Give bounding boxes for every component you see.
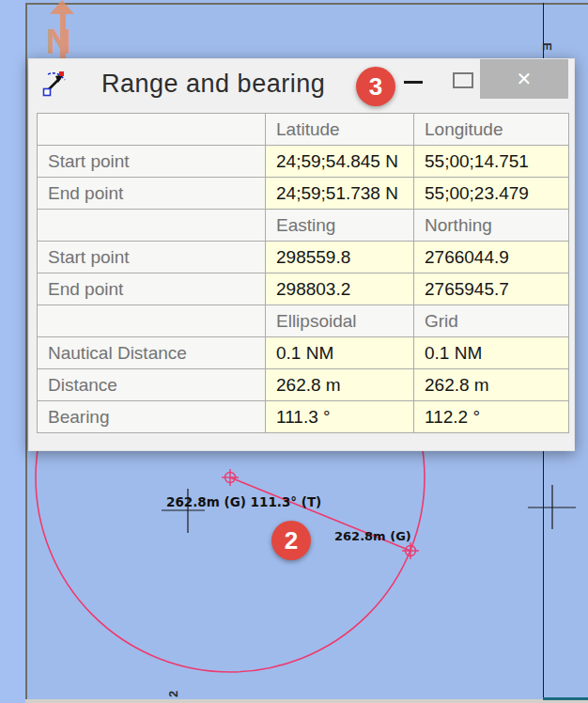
table-row: Start point 24;59;54.845 N 55;00;14.751	[38, 146, 569, 178]
row-label: End point	[38, 178, 266, 210]
value-cell-2[interactable]: 55;00;14.751	[414, 146, 569, 178]
value-cell-1[interactable]: 298803.2	[266, 273, 414, 305]
close-icon: ✕	[517, 69, 533, 89]
minimize-icon	[404, 81, 423, 84]
value-cell-2[interactable]: 55;00;23.479	[414, 178, 569, 210]
window-bottom-edge	[25, 699, 588, 703]
value-cell-1: Latitude	[266, 114, 414, 146]
value-cell-2: Grid	[414, 305, 569, 337]
range-bearing-tool-icon	[42, 69, 69, 97]
row-label: Bearing	[38, 401, 266, 433]
step-badge-2: 2	[271, 521, 311, 560]
value-cell-2[interactable]: 2766044.9	[414, 242, 569, 273]
table-row: Easting Northing	[38, 210, 569, 242]
value-cell-1[interactable]: 24;59;51.738 N	[266, 178, 414, 210]
row-label: End point	[38, 273, 266, 305]
row-label: Nautical Distance	[38, 337, 266, 369]
table-row: Nautical Distance 0.1 NM 0.1 NM	[38, 337, 569, 369]
value-cell-1[interactable]: 24;59;54.845 N	[266, 146, 414, 178]
range-annotation: 262.8m (G)	[334, 529, 411, 543]
results-table: Latitude Longitude Start point 24;59;54.…	[37, 113, 569, 433]
row-label: Distance	[38, 369, 266, 401]
row-label	[38, 305, 266, 337]
table-row: Distance 262.8 m 262.8 m	[38, 369, 569, 401]
north-label: N	[46, 23, 71, 61]
table-row: End point 298803.2 2765945.7	[38, 273, 569, 305]
table-row: End point 24;59;51.738 N 55;00;23.479	[38, 178, 569, 210]
row-label: Start point	[38, 242, 266, 273]
results-table-body: Latitude Longitude Start point 24;59;54.…	[38, 114, 569, 433]
row-label: Start point	[38, 146, 266, 178]
map-feature-line	[543, 697, 588, 700]
value-cell-1[interactable]: 298559.8	[266, 242, 414, 273]
value-cell-2[interactable]: 112.2 °	[414, 401, 569, 433]
table-row: Bearing 111.3 ° 112.2 °	[38, 401, 569, 433]
value-cell-2: Longitude	[414, 114, 569, 146]
range-bearing-dialog: Range and bearing ✕ Latitude Longitude S…	[28, 58, 575, 451]
row-label	[38, 210, 266, 242]
dialog-titlebar[interactable]: Range and bearing ✕	[29, 59, 574, 106]
value-cell-2[interactable]: 262.8 m	[414, 369, 569, 401]
grid-label-bottom: 2	[166, 691, 180, 697]
value-cell-2[interactable]: 0.1 NM	[414, 337, 569, 369]
minimize-button[interactable]	[394, 59, 433, 99]
maximize-button[interactable]	[442, 59, 482, 99]
value-cell-1[interactable]: 111.3 °	[266, 401, 414, 433]
grid-label-right: E	[540, 42, 554, 51]
grid-crosshair-right	[528, 485, 576, 529]
value-cell-1[interactable]: 0.1 NM	[266, 337, 414, 369]
table-row: Start point 298559.8 2766044.9	[38, 242, 569, 273]
step-badge-3: 3	[356, 67, 395, 106]
table-row: Latitude Longitude	[38, 114, 569, 146]
value-cell-1: Easting	[266, 210, 414, 242]
end-point-marker	[402, 542, 419, 559]
value-cell-1: Ellipsoidal	[266, 305, 414, 337]
distance-bearing-annotation: 262.8m (G) 111.3° (T)	[166, 494, 321, 509]
close-button[interactable]: ✕	[480, 59, 568, 99]
value-cell-2: Northing	[414, 210, 569, 242]
maximize-icon	[453, 72, 473, 88]
start-point-marker	[222, 469, 239, 486]
table-row: Ellipsoidal Grid	[38, 305, 569, 337]
row-label	[38, 114, 266, 146]
value-cell-1[interactable]: 262.8 m	[266, 369, 414, 401]
dialog-title: Range and bearing	[101, 59, 325, 106]
north-arrow-icon: N	[46, 0, 74, 61]
value-cell-2[interactable]: 2765945.7	[414, 273, 569, 305]
app-window: N	[0, 0, 588, 703]
